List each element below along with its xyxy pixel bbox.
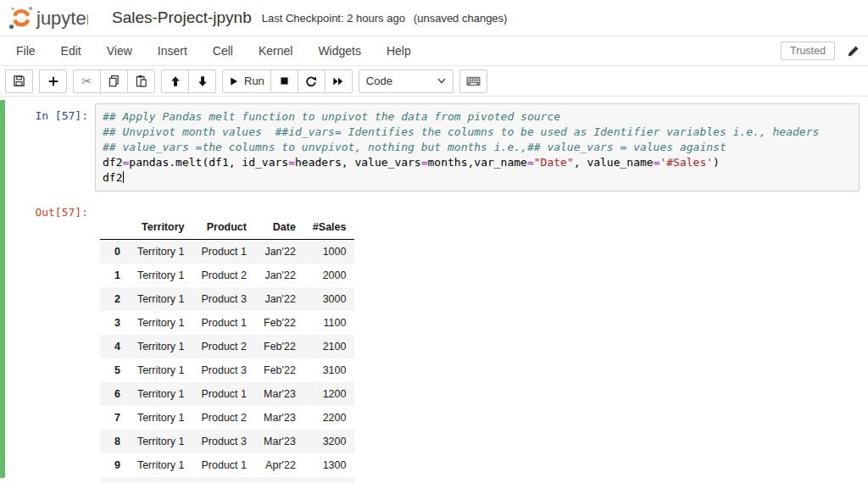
table-cell: Territory 1	[129, 311, 193, 335]
table-cell: Territory 1	[129, 430, 193, 453]
row-index: 6	[100, 382, 129, 406]
stop-icon	[279, 75, 290, 86]
code-token: pandas.melt(df1, id_vars	[129, 156, 288, 169]
add-cell-button[interactable]	[39, 69, 67, 93]
table-cell: 2000	[304, 264, 355, 287]
paste-icon	[135, 75, 147, 87]
menu-widgets[interactable]: Widgets	[305, 36, 374, 65]
table-row: 2Territory 1Product 3Jan'223000	[100, 287, 354, 311]
run-button[interactable]: Run	[222, 69, 271, 93]
cell-type-value: Code	[366, 75, 437, 87]
code-token: =	[288, 156, 295, 169]
selected-cell-indicator	[0, 100, 5, 478]
text-cursor	[123, 171, 124, 183]
table-row: 5Territory 1Product 3Feb'223100	[100, 358, 354, 382]
notebook-header: jupyter Sales-Project-jpynb Last Checkpo…	[0, 0, 868, 36]
run-button-label: Run	[244, 75, 264, 87]
table-cell: Product 1	[192, 453, 255, 477]
code-token: ## value_vars =the columns to unvpivot, …	[103, 141, 726, 153]
unsaved-changes-status: (unsaved changes)	[414, 12, 508, 25]
row-index: 7	[100, 406, 129, 430]
table-row: 8Territory 1Product 3Mar'233200	[100, 430, 354, 453]
checkpoint-status: Last Checkpoint: 2 hours ago	[262, 12, 405, 25]
row-index: 1	[100, 264, 129, 287]
table-cell: Product 2	[192, 477, 255, 483]
table-cell: Territory 1	[129, 264, 193, 287]
table-cell: Jan'22	[255, 240, 304, 264]
table-column-header: Product	[192, 215, 255, 240]
table-cell: Territory 1	[129, 406, 193, 430]
table-cell: 3000	[304, 287, 355, 311]
command-palette-button[interactable]	[459, 69, 487, 93]
jupyter-logo-text: jupyter	[36, 8, 88, 29]
table-cell: Territory 1	[129, 335, 193, 358]
menu-view[interactable]: View	[94, 36, 145, 65]
table-cell: 2300	[304, 477, 355, 483]
table-cell: Product 1	[192, 240, 255, 264]
menu-kernel[interactable]: Kernel	[246, 36, 305, 65]
cell-type-select[interactable]: Code	[359, 69, 453, 93]
output-area: TerritoryProductDate#Sales 0Territory 1P…	[95, 200, 868, 483]
table-column-header: Territory	[129, 215, 193, 240]
notebook-title[interactable]: Sales-Project-jpynb	[112, 8, 252, 27]
copy-button[interactable]	[100, 69, 128, 93]
table-cell: Product 3	[192, 430, 255, 453]
code-editor[interactable]: ## Apply Pandas melt function to unpivot…	[95, 103, 860, 192]
table-cell: Product 1	[192, 311, 255, 335]
row-index: 3	[100, 311, 129, 335]
notebook-area: In [57]: ## Apply Pandas melt function t…	[0, 97, 868, 483]
code-token: ## Apply Pandas melt function to unpivot…	[103, 110, 560, 123]
table-cell: Jan'22	[255, 264, 304, 287]
code-line: df2	[103, 170, 852, 186]
menu-help[interactable]: Help	[374, 36, 424, 65]
menu-edit[interactable]: Edit	[48, 36, 94, 65]
cut-button[interactable]: ✂	[73, 69, 101, 93]
table-row: 10Territory 1Product 2Apr'222300	[100, 477, 354, 483]
trusted-badge[interactable]: Trusted	[781, 42, 835, 60]
move-cell-down-button[interactable]	[188, 69, 216, 93]
jupyter-logo[interactable]: jupyter	[7, 5, 88, 31]
cut-icon: ✂	[81, 75, 92, 87]
table-cell: Jan'22	[255, 287, 304, 311]
code-token: df2	[103, 171, 122, 184]
restart-run-all-button[interactable]	[325, 69, 353, 93]
move-up-icon	[170, 75, 181, 87]
table-cell: 2100	[304, 335, 355, 358]
code-line: ## Apply Pandas melt function to unpivot…	[103, 109, 852, 125]
table-cell: 1300	[304, 453, 355, 477]
table-cell: Product 2	[192, 335, 255, 358]
row-index: 8	[100, 430, 129, 453]
row-index: 0	[100, 240, 129, 264]
save-icon	[13, 75, 25, 87]
menu-cell[interactable]: Cell	[200, 36, 246, 65]
restart-run-all-icon	[332, 75, 344, 87]
table-row: 9Territory 1Product 1Apr'221300	[100, 453, 354, 477]
restart-kernel-button[interactable]	[298, 69, 326, 93]
move-cell-up-button[interactable]	[161, 69, 189, 93]
menu-file[interactable]: File	[3, 36, 48, 65]
code-token: df2	[103, 156, 122, 169]
code-token: =	[421, 156, 428, 169]
code-token: "Date"	[534, 156, 574, 169]
code-token: , value_name	[574, 156, 654, 169]
menubar-right: Trusted	[781, 42, 860, 60]
code-token: headers, value_vars	[295, 156, 421, 169]
row-index: 9	[100, 453, 129, 477]
jupyter-logo-icon: jupyter	[7, 5, 88, 31]
code-cell-output: Out[57]: TerritoryProductDate#Sales 0Ter…	[0, 200, 868, 483]
menu-insert[interactable]: Insert	[145, 36, 200, 65]
row-index: 5	[100, 358, 129, 382]
keyboard-icon	[466, 76, 481, 86]
code-token: )	[713, 156, 720, 169]
interrupt-kernel-button[interactable]	[270, 69, 298, 93]
table-cell: 1000	[304, 240, 355, 264]
copy-icon	[108, 75, 120, 87]
menubar: FileEditViewInsertCellKernelWidgetsHelp …	[0, 36, 868, 66]
restart-kernel-icon	[305, 75, 317, 87]
table-row: 7Territory 1Product 2Mar'232200	[100, 406, 354, 430]
move-down-icon	[197, 75, 209, 87]
row-index: 2	[100, 287, 129, 311]
table-cell: Product 3	[192, 358, 255, 382]
paste-button[interactable]	[127, 69, 155, 93]
save-button[interactable]	[5, 69, 33, 93]
